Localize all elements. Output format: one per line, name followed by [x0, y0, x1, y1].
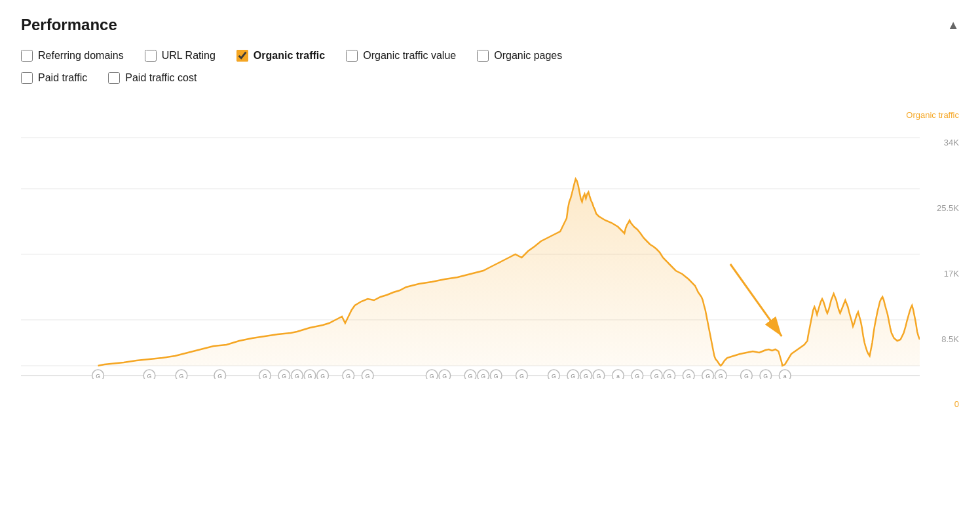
- panel: Performance ▲ Referring domains URL Rati…: [21, 16, 959, 409]
- svg-text:G: G: [654, 373, 659, 379]
- filter-label-referring-domains: Referring domains: [38, 50, 124, 62]
- chart-svg: G G G G G G G G G G: [21, 123, 920, 379]
- filter-label-paid-traffic: Paid traffic: [38, 72, 87, 84]
- svg-text:G: G: [706, 373, 710, 379]
- collapse-button[interactable]: ▲: [947, 18, 959, 32]
- filter-label-organic-pages: Organic pages: [494, 50, 562, 62]
- filter-organic-traffic-value[interactable]: Organic traffic value: [346, 50, 456, 62]
- filter-referring-domains[interactable]: Referring domains: [21, 50, 124, 62]
- svg-text:G: G: [468, 373, 473, 379]
- filter-paid-traffic[interactable]: Paid traffic: [21, 72, 87, 84]
- svg-text:G: G: [667, 373, 671, 379]
- svg-text:G: G: [481, 373, 485, 379]
- filter-organic-traffic[interactable]: Organic traffic: [236, 50, 325, 62]
- chart-wrapper: Organic traffic 34K 25.5K 17K 8.5K 0: [21, 94, 959, 409]
- y-axis-title: Organic traffic: [906, 110, 959, 120]
- y-label-8-5k: 8.5K: [941, 334, 959, 344]
- panel-title: Performance: [21, 16, 117, 34]
- filter-row-1: Referring domains URL Rating Organic tra…: [21, 50, 959, 62]
- svg-text:G: G: [308, 373, 312, 379]
- checkbox-organic-traffic[interactable]: [236, 50, 248, 62]
- svg-text:G: G: [217, 373, 222, 379]
- checkbox-paid-traffic[interactable]: [21, 72, 33, 84]
- svg-text:G: G: [96, 373, 100, 379]
- svg-text:G: G: [494, 373, 499, 379]
- svg-text:G: G: [282, 373, 286, 379]
- y-label-25-5k: 25.5K: [937, 203, 959, 213]
- filter-paid-traffic-cost[interactable]: Paid traffic cost: [108, 72, 197, 84]
- svg-text:a: a: [616, 373, 620, 379]
- svg-text:G: G: [346, 373, 350, 379]
- filter-label-organic-traffic: Organic traffic: [254, 50, 325, 62]
- svg-text:G: G: [597, 373, 601, 379]
- checkbox-organic-traffic-value[interactable]: [346, 50, 358, 62]
- svg-text:G: G: [719, 373, 723, 379]
- svg-text:G: G: [687, 373, 691, 379]
- y-label-zero: 0: [954, 399, 959, 409]
- checkbox-url-rating[interactable]: [145, 50, 157, 62]
- checkbox-organic-pages[interactable]: [477, 50, 489, 62]
- svg-text:G: G: [442, 373, 447, 379]
- filter-label-paid-traffic-cost: Paid traffic cost: [125, 72, 197, 84]
- svg-text:G: G: [519, 373, 524, 379]
- svg-text:G: G: [552, 373, 556, 379]
- svg-text:G: G: [320, 373, 325, 379]
- svg-text:a: a: [783, 373, 787, 379]
- filter-organic-pages[interactable]: Organic pages: [477, 50, 562, 62]
- panel-header: Performance ▲: [21, 16, 959, 34]
- svg-text:G: G: [635, 373, 639, 379]
- svg-text:G: G: [295, 373, 299, 379]
- svg-text:G: G: [263, 373, 267, 379]
- filter-label-url-rating: URL Rating: [162, 50, 216, 62]
- google-markers: G G G G G G G G G G: [21, 370, 920, 379]
- svg-text:G: G: [584, 373, 588, 379]
- svg-text:G: G: [763, 373, 768, 379]
- checkbox-paid-traffic-cost[interactable]: [108, 72, 120, 84]
- svg-text:G: G: [744, 373, 749, 379]
- filter-row-2: Paid traffic Paid traffic cost: [21, 72, 959, 84]
- filter-url-rating[interactable]: URL Rating: [145, 50, 216, 62]
- filter-label-organic-traffic-value: Organic traffic value: [363, 50, 456, 62]
- svg-text:G: G: [430, 373, 434, 379]
- y-label-17k: 17K: [944, 269, 959, 279]
- svg-text:G: G: [366, 373, 370, 379]
- checkbox-referring-domains[interactable]: [21, 50, 33, 62]
- y-label-34k: 34K: [944, 138, 959, 147]
- svg-text:G: G: [571, 373, 575, 379]
- svg-text:G: G: [147, 373, 152, 379]
- svg-line-6: [730, 264, 782, 336]
- svg-text:G: G: [179, 373, 184, 379]
